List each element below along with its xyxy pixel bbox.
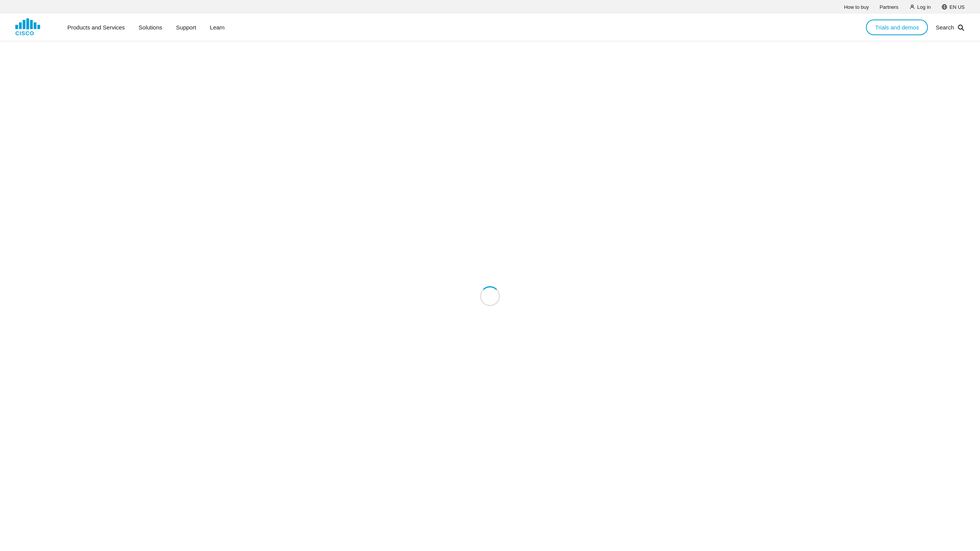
svg-rect-10 [38,24,40,29]
svg-line-13 [962,28,964,30]
svg-rect-9 [34,22,36,29]
main-content [0,41,980,551]
search-button[interactable]: Search [936,24,965,31]
utility-bar: How to buy Partners Log in EN US [0,0,980,14]
nav-learn[interactable]: Learn [204,21,230,34]
nav-links: Products and Services Solutions Support … [61,21,866,34]
svg-rect-6 [23,20,25,29]
cisco-logo-link[interactable]: CISCO [15,18,46,37]
svg-rect-7 [26,18,29,29]
nav-actions: Trials and demos Search [866,20,965,35]
nav-solutions[interactable]: Solutions [132,21,168,34]
search-icon [957,24,965,31]
region-link[interactable]: EN US [949,4,965,10]
region-area[interactable]: EN US [941,4,965,10]
nav-support[interactable]: Support [170,21,203,34]
svg-text:CISCO: CISCO [15,30,34,36]
login-area[interactable]: Log in [909,4,931,10]
main-nav: CISCO Products and Services Solutions Su… [0,14,980,41]
nav-products-services[interactable]: Products and Services [61,21,131,34]
cisco-logo: CISCO [15,18,46,37]
svg-rect-8 [30,20,33,29]
how-to-buy-link[interactable]: How to buy [844,4,869,10]
svg-rect-5 [19,22,22,29]
svg-point-0 [911,5,913,7]
globe-icon [941,4,947,10]
loading-spinner [480,286,500,306]
trials-demos-button[interactable]: Trials and demos [866,20,928,35]
svg-rect-4 [15,24,18,29]
person-icon [909,4,915,10]
log-in-link[interactable]: Log in [917,4,931,10]
partners-link[interactable]: Partners [880,4,898,10]
search-label: Search [936,24,954,31]
